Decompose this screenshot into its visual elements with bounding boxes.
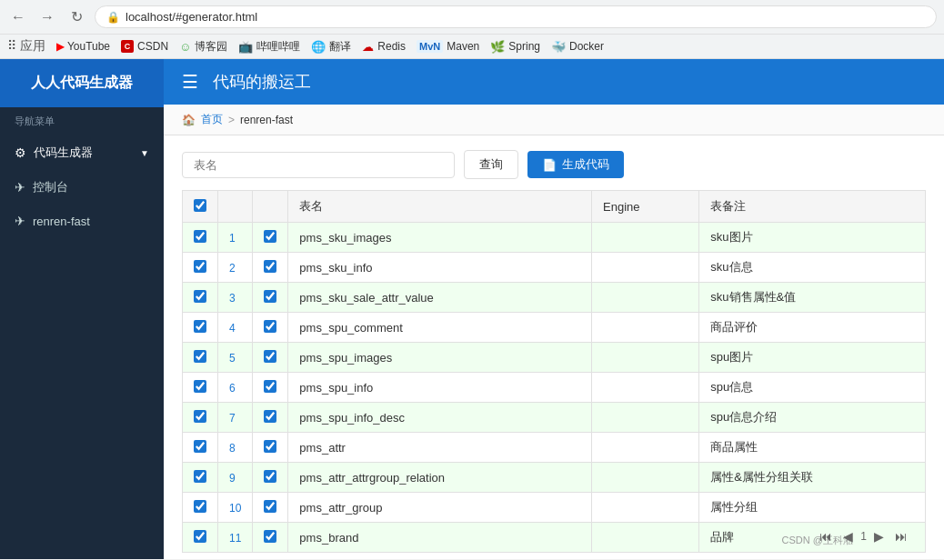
row-checkbox-cell[interactable] (183, 523, 218, 553)
sidebar-item-renren-fast[interactable]: ✈ renren-fast (0, 205, 164, 237)
row-checkbox[interactable] (194, 290, 206, 303)
row-engine (592, 523, 699, 553)
row-table-name: pms_spu_info_desc (288, 403, 592, 433)
browser-nav: ← → ↻ 🔒 localhost/#generator.html (0, 0, 944, 34)
row-checkbox2[interactable] (264, 440, 276, 453)
bookmark-fanyi[interactable]: 🌐 翻译 (311, 39, 351, 55)
row-checkbox[interactable] (194, 530, 206, 543)
row-checkbox2[interactable] (264, 260, 276, 273)
menu-button[interactable]: ☰ (182, 71, 198, 93)
row-checkbox[interactable] (194, 500, 206, 513)
row-checkbox2[interactable] (264, 380, 276, 393)
docker-icon: 🐳 (551, 40, 566, 54)
apps-button[interactable]: ⠿ 应用 (7, 38, 45, 55)
forward-button[interactable]: → (36, 6, 58, 28)
bookmark-spring[interactable]: 🌿 Spring (490, 40, 540, 54)
table-header-row: 表名 Engine 表备注 (183, 191, 926, 223)
breadcrumb-home[interactable]: 首页 (201, 112, 223, 127)
address-bar[interactable]: 🔒 localhost/#generator.html (95, 5, 937, 28)
sidebar-item-code-gen[interactable]: ⚙ 代码生成器 ▼ (0, 135, 164, 170)
home-icon: 🏠 (182, 114, 196, 126)
row-check2-cell[interactable] (253, 253, 288, 283)
row-num-cell: 9 (218, 463, 253, 493)
generate-button[interactable]: 📄 生成代码 (527, 151, 624, 178)
row-checkbox[interactable] (194, 350, 206, 363)
table-row: 1 pms_sku_images sku图片 (183, 223, 926, 253)
bookmark-csdn[interactable]: C CSDN (121, 40, 168, 53)
row-checkbox-cell[interactable] (183, 493, 218, 523)
row-checkbox[interactable] (194, 260, 206, 273)
row-checkbox[interactable] (194, 410, 206, 423)
bookmark-docker[interactable]: 🐳 Docker (551, 40, 604, 54)
page-first-button[interactable]: ⏮ (816, 527, 836, 545)
row-checkbox-cell[interactable] (183, 253, 218, 283)
row-checkbox2[interactable] (264, 350, 276, 363)
row-checkbox[interactable] (194, 440, 206, 453)
row-checkbox2[interactable] (264, 530, 276, 543)
row-checkbox[interactable] (194, 320, 206, 333)
row-checkbox-cell[interactable] (183, 343, 218, 373)
col-header-engine: Engine (592, 191, 699, 223)
row-engine (592, 493, 699, 523)
row-check2-cell[interactable] (253, 523, 288, 553)
row-engine (592, 433, 699, 463)
row-check2-cell[interactable] (253, 283, 288, 313)
row-check2-cell[interactable] (253, 463, 288, 493)
row-checkbox[interactable] (194, 380, 206, 393)
row-checkbox2[interactable] (264, 470, 276, 483)
row-checkbox-cell[interactable] (183, 313, 218, 343)
row-engine (592, 463, 699, 493)
row-checkbox-cell[interactable] (183, 433, 218, 463)
row-check2-cell[interactable] (253, 493, 288, 523)
row-num-cell: 11 (218, 523, 253, 553)
youtube-label: YouTube (67, 40, 110, 53)
row-num-cell: 6 (218, 373, 253, 403)
page-prev-button[interactable]: ◀ (839, 527, 857, 545)
row-checkbox-cell[interactable] (183, 373, 218, 403)
table-row: 6 pms_spu_info spu信息 (183, 373, 926, 403)
row-checkbox2[interactable] (264, 230, 276, 243)
row-check2-cell[interactable] (253, 343, 288, 373)
query-button[interactable]: 查询 (464, 150, 518, 179)
page-next-button[interactable]: ▶ (870, 527, 888, 545)
row-check2-cell[interactable] (253, 223, 288, 253)
sidebar-item-console[interactable]: ✈ 控制台 (0, 170, 164, 205)
row-number: 8 (229, 442, 236, 455)
sidebar-logo: 人人代码生成器 (0, 59, 164, 107)
row-check2-cell[interactable] (253, 433, 288, 463)
row-table-name: pms_spu_comment (288, 313, 592, 343)
csdn-icon: C (121, 40, 134, 53)
row-checkbox[interactable] (194, 230, 206, 243)
row-check2-cell[interactable] (253, 373, 288, 403)
row-engine (592, 223, 699, 253)
row-num-cell: 7 (218, 403, 253, 433)
row-checkbox-cell[interactable] (183, 223, 218, 253)
back-button[interactable]: ← (7, 6, 29, 28)
row-checkbox[interactable] (194, 470, 206, 483)
row-checkbox2[interactable] (264, 320, 276, 333)
row-num-cell: 1 (218, 223, 253, 253)
row-checkbox2[interactable] (264, 410, 276, 423)
table-row: 4 pms_spu_comment 商品评价 (183, 313, 926, 343)
header-checkbox[interactable] (194, 199, 206, 212)
bookmark-bilibili[interactable]: 📺 哔哩哔哩 (238, 39, 300, 55)
redis-icon: ☁ (362, 40, 374, 54)
row-checkbox-cell[interactable] (183, 283, 218, 313)
col-header-rowcheck (253, 191, 288, 223)
search-input[interactable] (182, 152, 455, 178)
row-num-cell: 5 (218, 343, 253, 373)
row-checkbox2[interactable] (264, 290, 276, 303)
row-checkbox-cell[interactable] (183, 463, 218, 493)
refresh-button[interactable]: ↻ (65, 6, 87, 28)
sidebar-item-label-console: 控制台 (33, 179, 68, 195)
bookmark-redis[interactable]: ☁ Redis (362, 40, 406, 54)
bookmark-maven[interactable]: MvN Maven (417, 40, 479, 53)
row-checkbox-cell[interactable] (183, 403, 218, 433)
row-check2-cell[interactable] (253, 403, 288, 433)
bookmark-youtube[interactable]: ▶ YouTube (56, 40, 110, 53)
bookmark-bokeyuan[interactable]: ☺ 博客园 (179, 39, 227, 55)
row-check2-cell[interactable] (253, 313, 288, 343)
row-comment: spu图片 (699, 343, 926, 373)
row-checkbox2[interactable] (264, 500, 276, 513)
page-last-button[interactable]: ⏭ (891, 527, 911, 545)
